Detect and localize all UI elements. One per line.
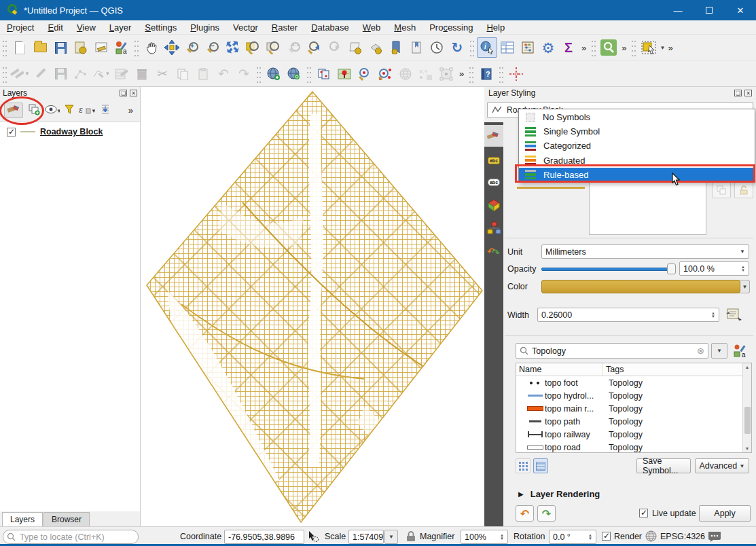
column-name[interactable]: Name	[516, 363, 603, 376]
zoom-out-button[interactable]: −	[202, 37, 223, 58]
toolbar-overflow-chevron[interactable]: »	[579, 43, 589, 53]
redo-button[interactable]: ↷	[234, 64, 254, 84]
spin-arrows[interactable]: ▲▼	[500, 534, 504, 541]
new-map-view-button[interactable]	[345, 37, 365, 58]
save-project-button[interactable]	[50, 37, 71, 58]
symbol-row[interactable]: topo road Topology	[516, 441, 751, 453]
save-layer-edits-button[interactable]	[50, 64, 71, 84]
symbol-table-header[interactable]: Name Tags	[516, 363, 751, 376]
menu-item[interactable]: Web	[356, 21, 388, 34]
search-filter-dropdown[interactable]: ▼	[711, 343, 727, 359]
vertex-tool-button[interactable]: ▼	[91, 64, 111, 84]
layer-name[interactable]: Roadway Block	[40, 127, 103, 136]
copy-highlighted-features-button[interactable]	[314, 64, 334, 84]
close-panel-icon[interactable]: ✕	[744, 90, 752, 96]
paste-features-button[interactable]	[193, 64, 213, 84]
zoom-to-all-button[interactable]	[375, 64, 395, 84]
add-group-button[interactable]	[28, 103, 40, 117]
georeferencer-button[interactable]	[436, 64, 456, 84]
scale-dropdown-arrow[interactable]: ▼	[384, 530, 398, 544]
symbol-row[interactable]: topo path Topology	[516, 415, 751, 428]
select-features-button[interactable]	[638, 37, 659, 58]
toolbar-overflow-chevron[interactable]: »	[665, 43, 675, 53]
metasearch-button[interactable]	[284, 64, 304, 84]
new-print-layout-button[interactable]	[71, 37, 91, 58]
list-view-button[interactable]	[533, 458, 548, 473]
toolbar-handle[interactable]	[306, 65, 312, 83]
maximize-button[interactable]	[694, 0, 725, 20]
copy-features-button[interactable]	[173, 64, 193, 84]
minimize-button[interactable]: —	[662, 0, 694, 20]
identify-features-button[interactable]: i	[477, 37, 497, 58]
statistical-summary-button[interactable]	[518, 37, 538, 58]
zoom-to-selection-button[interactable]	[243, 37, 264, 58]
open-project-button[interactable]	[30, 37, 50, 58]
new-bookmark-button[interactable]	[386, 37, 406, 58]
undo-button[interactable]: ↶	[213, 64, 234, 84]
pan-to-selection-button[interactable]	[162, 37, 182, 58]
toolbar-handle[interactable]	[255, 65, 262, 83]
color-button[interactable]	[541, 280, 740, 293]
renderer-option[interactable]: Single Symbol	[519, 124, 755, 139]
symbol-row[interactable]: topo hydrol... Topology	[516, 389, 751, 402]
style-manager-shortcut-button[interactable]: a	[733, 344, 748, 361]
manage-map-themes-button[interactable]: ▼	[45, 105, 60, 116]
menu-item[interactable]: View	[70, 21, 103, 34]
zoom-native-button[interactable]: 1:1	[284, 37, 304, 58]
show-bookmarks-button[interactable]	[406, 37, 427, 58]
menu-item[interactable]: Settings	[138, 21, 183, 34]
toolbar-handle[interactable]	[468, 65, 475, 83]
toolbar-handle[interactable]	[469, 39, 475, 56]
coordinate-capture-button[interactable]: X,Y	[416, 64, 436, 84]
metasearch-new-button[interactable]	[264, 64, 284, 84]
unit-combo[interactable]: Millimeters▼	[541, 244, 749, 259]
menu-item[interactable]: Edit	[41, 21, 69, 34]
filter-legend-button[interactable]	[65, 105, 74, 116]
magnifier-spinbox[interactable]: 100%▲▼	[461, 530, 508, 544]
scrollbar-thumb[interactable]	[744, 407, 751, 434]
tab-history[interactable]: ↶↷	[484, 240, 503, 262]
renderer-option[interactable]: No Symbols	[519, 110, 755, 124]
new-project-button[interactable]	[10, 37, 30, 58]
menu-item[interactable]: Database	[304, 21, 356, 34]
digitize-button[interactable]	[71, 64, 91, 84]
advanced-button[interactable]: Advanced ▼	[695, 458, 749, 473]
rotation-spinbox[interactable]: 0.0 °▲▼	[549, 530, 596, 544]
float-panel-icon[interactable]: ❏	[120, 90, 127, 96]
float-panel-icon[interactable]: ❏	[734, 90, 742, 96]
menu-item[interactable]: Mesh	[387, 21, 422, 34]
extent-toggle-icon[interactable]	[307, 530, 319, 545]
zoom-full-button[interactable]	[223, 37, 243, 58]
map-canvas[interactable]	[141, 87, 484, 526]
tab-diagrams[interactable]	[484, 217, 503, 239]
temporal-controller-button[interactable]	[427, 37, 447, 58]
opacity-slider[interactable]	[541, 263, 676, 275]
lock-scale-icon[interactable]	[406, 531, 416, 544]
render-checkbox[interactable]	[602, 532, 611, 541]
symbol-search-input[interactable]: Topology ⊗	[516, 343, 708, 359]
scale-combo[interactable]: 1:57409	[348, 530, 384, 544]
toolbar-overflow-chevron[interactable]: »	[619, 43, 629, 53]
open-attribute-table-button[interactable]	[497, 37, 518, 58]
panel-overflow-chevron[interactable]: »	[126, 105, 136, 115]
zoom-in-button[interactable]: +	[182, 37, 202, 58]
expand-arrow-icon[interactable]: ▶	[518, 490, 524, 498]
layer-tree-item[interactable]: Roadway Block	[0, 125, 140, 139]
locate-input[interactable]: Type to locate (Ctrl+K)	[3, 530, 139, 544]
symbol-row[interactable]: topo railway Topology	[516, 428, 751, 441]
opacity-slider-handle[interactable]	[667, 263, 676, 274]
layer-rendering-section[interactable]: ▶ Layer Rendering	[518, 489, 600, 499]
zoom-last-button[interactable]	[304, 37, 325, 58]
recenter-button[interactable]	[506, 64, 526, 84]
apply-button[interactable]: Apply	[699, 505, 751, 522]
save-symbol-button[interactable]: Save Symbol...	[636, 458, 691, 473]
layout-manager-button[interactable]	[91, 37, 111, 58]
toolbar-handle[interactable]	[630, 39, 637, 56]
menu-item[interactable]: Help	[480, 21, 511, 34]
menu-item[interactable]: Vector	[226, 21, 265, 34]
statistics-sum-button[interactable]: Σ	[558, 37, 579, 58]
symbol-layer-line-swatch[interactable]	[517, 187, 585, 189]
style-redo-button[interactable]: ↷	[537, 505, 556, 522]
toggle-editing-button[interactable]	[30, 64, 50, 84]
width-spinbox[interactable]: 0.26000 ▲▼	[537, 308, 719, 322]
